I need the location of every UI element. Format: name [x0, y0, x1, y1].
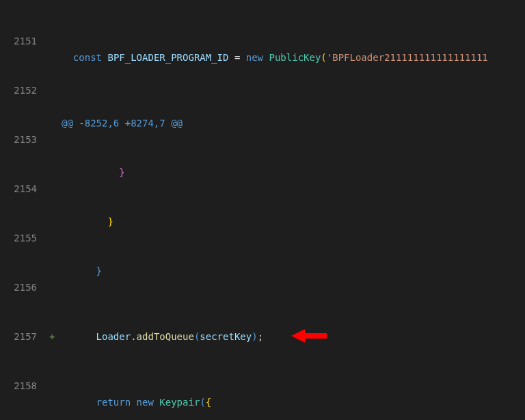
code-line[interactable]: @@ -8252,6 +8274,7 @@	[49, 115, 525, 131]
line-number: 2151	[0, 33, 37, 49]
code-area[interactable]: const BPF_LOADER_PROGRAM_ID = new Public…	[46, 0, 525, 420]
code-editor[interactable]: 2151 2152 2153 2154 2155 2156 2157 2158 …	[0, 0, 525, 420]
code-line[interactable]: return new Keypair({	[49, 394, 525, 410]
line-number: 2153	[0, 131, 37, 148]
code-line[interactable]: }	[49, 263, 525, 279]
annotation-arrow-icon	[290, 326, 328, 345]
svg-marker-0	[291, 329, 327, 343]
line-number: 2154	[0, 181, 37, 197]
line-number: 2152	[0, 82, 37, 99]
code-line[interactable]: }	[49, 164, 525, 181]
code-line[interactable]: const BPF_LOADER_PROGRAM_ID = new Public…	[49, 49, 525, 66]
line-number: 2157	[0, 328, 37, 345]
code-line-added[interactable]: + Loader.addToQueue(secretKey);	[49, 328, 525, 345]
line-number: 2156	[0, 279, 37, 296]
line-number: 2158	[0, 378, 37, 394]
code-line[interactable]: }	[49, 213, 525, 230]
line-number-gutter: 2151 2152 2153 2154 2155 2156 2157 2158 …	[0, 0, 46, 420]
line-number: 2155	[0, 230, 37, 246]
